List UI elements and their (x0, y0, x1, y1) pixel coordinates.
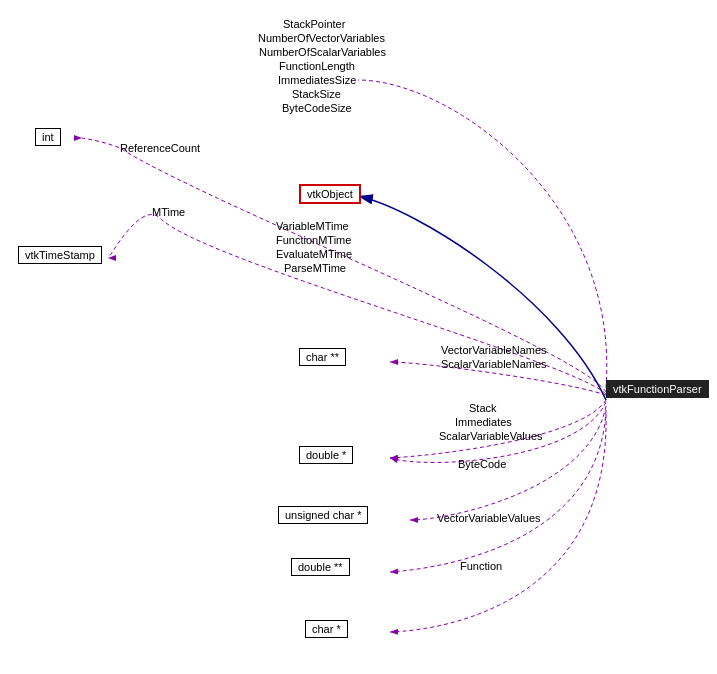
label-vectorvariablenames: VectorVariableNames (441, 344, 547, 356)
label-stack: Stack (469, 402, 497, 414)
label-referencecount: ReferenceCount (120, 142, 200, 154)
node-charpp[interactable]: char ** (299, 348, 346, 366)
arrows-svg (0, 0, 717, 674)
node-vtktimestamp[interactable]: vtkTimeStamp (18, 246, 102, 264)
label-immediates: Immediates (455, 416, 512, 428)
node-doublep[interactable]: double * (299, 446, 353, 464)
label-variablemtime: VariableMTime (276, 220, 349, 232)
label-mtime: MTime (152, 206, 185, 218)
label-bytecodesize: ByteCodeSize (282, 102, 352, 114)
node-int[interactable]: int (35, 128, 61, 146)
label-evaluatemtime: EvaluateMTime (276, 248, 352, 260)
label-function: Function (460, 560, 502, 572)
label-parsemtime: ParseMTime (284, 262, 346, 274)
label-numberofvectorvariables: NumberOfVectorVariables (258, 32, 385, 44)
diagram-container: StackPointer NumberOfVectorVariables Num… (0, 0, 717, 674)
label-stackpointer: StackPointer (283, 18, 345, 30)
node-vtkfunctionparser[interactable]: vtkFunctionParser (606, 380, 709, 398)
node-vtkobject[interactable]: vtkObject (299, 184, 361, 204)
label-immediatessize: ImmediatesSize (278, 74, 356, 86)
label-scalarvariablenames: ScalarVariableNames (441, 358, 547, 370)
label-bytecode: ByteCode (458, 458, 506, 470)
label-numberofscalarvariables: NumberOfScalarVariables (259, 46, 386, 58)
label-functionmtime: FunctionMTime (276, 234, 351, 246)
node-unsignedcharp[interactable]: unsigned char * (278, 506, 368, 524)
label-vectorvariablevalues: VectorVariableValues (437, 512, 541, 524)
label-functionlength: FunctionLength (279, 60, 355, 72)
label-stacksize: StackSize (292, 88, 341, 100)
label-scalarvariablevalues: ScalarVariableValues (439, 430, 543, 442)
node-doublepp[interactable]: double ** (291, 558, 350, 576)
node-charp[interactable]: char * (305, 620, 348, 638)
